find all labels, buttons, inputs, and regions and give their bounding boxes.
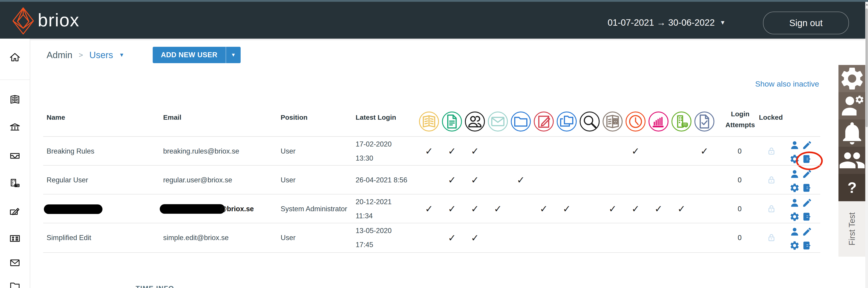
login-attempts-value: 0	[733, 166, 746, 194]
user-position: User	[281, 137, 296, 166]
scrollbar-thumb[interactable]	[866, 8, 868, 127]
gear-icon	[789, 240, 800, 251]
invoice-icon	[442, 111, 462, 131]
gear-action-button[interactable]	[789, 212, 800, 222]
user-position: User	[281, 223, 296, 252]
show-also-inactive-link[interactable]: Show also inactive	[753, 79, 819, 88]
top-strip	[0, 0, 868, 2]
unlock-icon[interactable]	[767, 233, 776, 243]
search-icon	[580, 111, 600, 131]
permission-check-documents: ✓	[562, 194, 571, 223]
permission-check-time: ✓	[631, 194, 640, 223]
person-action-button[interactable]	[789, 198, 800, 208]
column-header-position: Position	[281, 114, 307, 121]
briox-logo[interactable]: briox	[12, 6, 103, 36]
users-icon	[465, 111, 485, 131]
permission-check-invoice: ✓	[447, 137, 457, 166]
rightbar-help-button[interactable]: ?	[838, 174, 866, 201]
unlock-icon[interactable]	[767, 204, 776, 214]
gear-action-button[interactable]	[789, 240, 800, 251]
login-attempts-value: 0	[733, 194, 746, 223]
email-icon	[489, 113, 507, 131]
ledger-icon	[0, 93, 30, 106]
folder-icon	[511, 111, 531, 131]
permission-check-invoice: ✓	[447, 166, 457, 194]
table-row: Simplified Editsimple.edit@briox.seUser1…	[0, 223, 868, 252]
folder-left-icon	[0, 279, 30, 288]
permission-check-contacts: ✓	[608, 194, 617, 223]
person-icon	[789, 198, 800, 208]
person-icon	[789, 140, 800, 150]
sidebar-item-folder[interactable]	[0, 279, 30, 288]
column-header-locked: Locked	[759, 114, 786, 121]
pencil-action-button[interactable]	[802, 226, 812, 237]
email-icon	[488, 111, 508, 131]
login-attempts-value: 0	[733, 223, 746, 252]
add-new-user-button[interactable]: ADD NEW USER ▼	[153, 47, 241, 63]
rightbar-users-button[interactable]	[838, 147, 866, 174]
company-icon	[672, 111, 691, 131]
person-action-button[interactable]	[789, 140, 800, 150]
unlock-icon[interactable]	[767, 146, 776, 156]
register-icon	[534, 111, 554, 131]
user-gear-icon	[838, 92, 866, 120]
user-email: @briox.se	[160, 194, 254, 223]
permission-check-ledger: ✓	[425, 137, 434, 166]
statistics-icon	[649, 113, 668, 131]
login-attempts-value: 0	[733, 137, 746, 166]
add-user-dropdown-arrow[interactable]: ▼	[226, 47, 241, 63]
pencil-icon	[802, 198, 812, 208]
unlock-icon[interactable]	[767, 175, 776, 185]
folder-icon	[512, 113, 530, 131]
lock-open-icon	[767, 146, 776, 156]
permission-check-approval: ✓	[700, 137, 709, 166]
approval-icon	[695, 113, 713, 131]
rightbar-notifications-button[interactable]	[838, 120, 866, 147]
period-selector[interactable]: 01-07-2021 → 30-06-2022 ▼	[608, 11, 725, 33]
scrollbar-up-arrow-icon[interactable]	[866, 4, 868, 5]
sign-out-button[interactable]: Sign out	[763, 11, 849, 34]
export-icon	[802, 183, 812, 193]
person-action-button[interactable]	[789, 169, 800, 179]
time-icon	[626, 113, 645, 131]
email-suffix: @briox.se	[220, 205, 254, 213]
breadcrumb-admin: Admin	[46, 50, 72, 60]
permission-check-email: ✓	[493, 194, 502, 223]
rightbar-settings-button[interactable]	[838, 65, 866, 92]
documents-icon	[558, 113, 576, 131]
time-icon	[625, 111, 646, 131]
pencil-icon	[802, 226, 812, 237]
users-icon	[466, 113, 484, 131]
export-action-button[interactable]	[802, 240, 812, 251]
breadcrumb-users[interactable]: Users	[89, 50, 113, 60]
sidebar-item-bank[interactable]	[0, 121, 30, 133]
pencil-action-button[interactable]	[802, 140, 812, 150]
person-action-button[interactable]	[789, 226, 800, 237]
pencil-action-button[interactable]	[802, 198, 812, 208]
statistics-icon	[649, 111, 669, 131]
permission-check-users: ✓	[470, 166, 479, 194]
export-action-button[interactable]	[802, 183, 812, 193]
sidebar-item-mail[interactable]	[0, 256, 30, 269]
pencil-action-button[interactable]	[802, 169, 812, 179]
home-icon	[0, 51, 30, 64]
permission-check-ledger: ✓	[425, 194, 434, 223]
gear-action-button[interactable]	[789, 183, 800, 193]
rightbar-user-settings-button[interactable]	[838, 92, 866, 120]
person-icon	[789, 226, 800, 237]
permission-check-company: ✓	[677, 194, 686, 223]
sidebar-item-ledger[interactable]	[0, 93, 30, 106]
breadcrumb: Admin > Users ▼	[46, 47, 124, 63]
permission-check-time: ✓	[631, 137, 640, 166]
person-icon	[789, 169, 800, 179]
sidebar-item-home[interactable]	[0, 51, 30, 64]
user-name: Regular User	[46, 166, 88, 194]
user-email: breaking.rules@briox.se	[163, 137, 239, 166]
export-action-button[interactable]	[802, 212, 812, 222]
add-new-user-label[interactable]: ADD NEW USER	[153, 47, 226, 63]
mail-icon	[0, 256, 30, 269]
chevron-down-icon[interactable]: ▼	[119, 52, 125, 58]
column-header-login-attempts: Login Attempts	[724, 108, 757, 130]
permission-check-invoice: ✓	[447, 223, 457, 252]
pencil-icon	[802, 169, 812, 179]
